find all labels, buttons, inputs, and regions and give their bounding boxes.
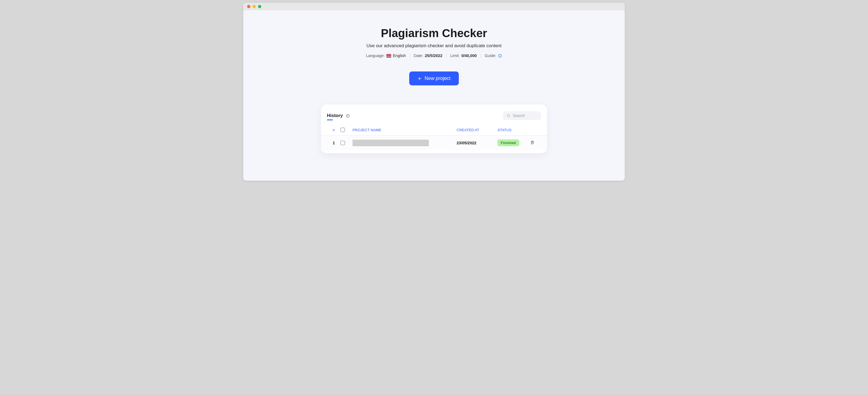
trash-icon[interactable] <box>530 140 534 145</box>
meta-date-label: Date: <box>414 54 423 58</box>
column-header-name: PROJECT NAME <box>351 128 457 132</box>
meta-guide-label: Guide: <box>485 54 496 58</box>
new-project-button-label: New project <box>425 76 451 81</box>
row-status-cell: Finished <box>497 139 530 146</box>
meta-row: Language: English Date: 25/5/2022 Limit:… <box>243 54 625 58</box>
content-area: Plagiarism Checker Use our advanced plag… <box>243 10 625 180</box>
window-close-button[interactable] <box>247 5 250 8</box>
search-icon <box>507 114 510 118</box>
window-title-bar <box>243 3 625 10</box>
new-project-button[interactable]: New project <box>409 72 459 85</box>
search-box[interactable] <box>503 111 541 120</box>
plus-icon <box>417 76 422 81</box>
history-tab-underline <box>327 119 333 120</box>
uk-flag-icon <box>386 54 391 58</box>
table-header-row: # PROJECT NAME CREATED AT STATUS <box>321 125 547 136</box>
window-minimize-button[interactable] <box>253 5 256 8</box>
meta-date: Date: 25/5/2022 <box>410 54 446 58</box>
page-subtitle: Use our advanced plagiarism checker and … <box>243 43 625 49</box>
row-name-cell <box>351 140 457 146</box>
column-header-index: # <box>327 128 341 132</box>
row-checkbox[interactable] <box>341 141 345 145</box>
info-icon <box>498 54 502 58</box>
meta-guide[interactable]: Guide: <box>481 54 506 58</box>
meta-limit: Limit: 0/40,000 <box>446 54 481 58</box>
row-name-redacted <box>352 140 429 146</box>
column-header-checkbox <box>341 128 351 132</box>
search-input[interactable] <box>513 113 537 118</box>
new-project-button-wrap: New project <box>243 72 625 85</box>
window-maximize-button[interactable] <box>258 5 261 8</box>
row-actions-cell <box>530 140 541 146</box>
row-created: 23/05/2022 <box>457 141 497 145</box>
meta-limit-value: 0/40,000 <box>461 54 476 58</box>
column-header-created: CREATED AT <box>457 128 497 132</box>
history-title-wrap: History <box>327 113 350 118</box>
svg-line-9 <box>509 116 510 117</box>
table-row[interactable]: 1 23/05/2022 Finished <box>321 136 547 150</box>
row-checkbox-cell <box>341 141 351 145</box>
meta-language-label: Language: <box>366 54 385 58</box>
meta-language[interactable]: Language: English <box>362 54 410 58</box>
info-icon[interactable] <box>346 114 350 118</box>
status-badge: Finished <box>497 139 519 146</box>
meta-limit-label: Limit: <box>451 54 460 58</box>
header-section: Plagiarism Checker Use our advanced plag… <box>243 27 625 58</box>
history-title: History <box>327 113 343 118</box>
history-header: History <box>321 111 547 120</box>
app-window: Plagiarism Checker Use our advanced plag… <box>243 3 625 180</box>
svg-point-8 <box>507 114 509 116</box>
page-title: Plagiarism Checker <box>243 27 625 40</box>
column-header-status: STATUS <box>497 128 530 132</box>
history-card: History # <box>321 105 547 153</box>
svg-point-7 <box>348 115 348 115</box>
select-all-checkbox[interactable] <box>341 128 345 132</box>
meta-language-value: English <box>393 54 406 58</box>
row-index: 1 <box>327 141 341 145</box>
meta-date-value: 25/5/2022 <box>425 54 442 58</box>
